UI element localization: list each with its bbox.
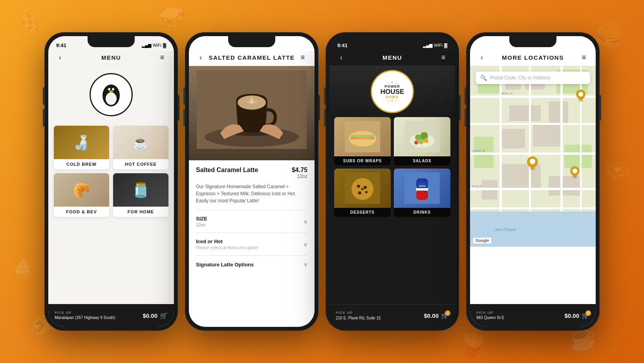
map-area[interactable]: Lake Ontario Bloor St Queen St King St <box>470 66 596 247</box>
svg-text:Queen St: Queen St <box>472 149 486 152</box>
search-icon: 🔍 <box>480 75 487 81</box>
power-button-3 <box>459 95 461 121</box>
for-home-label: FOR HOME <box>113 207 168 217</box>
size-option-label: SIZE <box>196 216 207 222</box>
back-button-1[interactable]: ‹ <box>55 53 65 62</box>
latte-description: Our Signature Homemade Salted Caramel + … <box>196 183 307 204</box>
powerhouse-logo: — ✦ — POWER HOUSE SUBS — ✦ — <box>371 70 414 113</box>
vol-down-button-3 <box>324 109 326 126</box>
svg-point-27 <box>358 191 361 194</box>
svg-rect-46 <box>549 101 568 125</box>
nav-title-1: MENU <box>101 54 121 61</box>
subs-label: SUBS OR WRAPS <box>334 156 391 165</box>
loc-cart-wrap[interactable]: 🛒 0 <box>582 312 589 319</box>
vol-down-button <box>43 109 44 126</box>
desserts-image <box>334 169 391 208</box>
svg-point-3 <box>108 88 110 90</box>
phone-1-screen: 9:41 ▂▄▆ WiFi ▓ ‹ MENU ≡ <box>48 36 174 327</box>
ph-menu-subs[interactable]: SUBS OR WRAPS <box>334 117 391 165</box>
svg-rect-42 <box>564 145 592 168</box>
latte-title-row: Salted Caramel Latte $4.75 12oz <box>196 167 307 179</box>
pickup-label-1: PICK UP <box>55 310 115 315</box>
ph-house-text: HOUSE <box>381 88 404 95</box>
latte-image-content <box>197 70 307 156</box>
size-chevron-icon: ∨ <box>304 218 307 225</box>
ph-pickup-label: Pick Up <box>336 310 381 315</box>
pickup-location-1: Manalapan (357 Highway 9 South) <box>55 315 115 321</box>
menu-item-for-home[interactable]: 🫙 FOR HOME <box>113 173 168 217</box>
menu-item-food-bev[interactable]: 🥐 FOOD & BEV <box>54 173 109 217</box>
ph-menu-drinks[interactable]: PEPSI DRINKS <box>394 169 450 217</box>
nav-bar-1: ‹ MENU ≡ <box>48 51 174 66</box>
iced-hot-placeholder: Please select at least one option <box>196 245 258 250</box>
signature-label: Signature Latte Options <box>196 262 254 268</box>
menu-button-3[interactable]: ≡ <box>439 53 448 62</box>
svg-rect-54 <box>470 152 596 155</box>
cart-wrap-1[interactable]: 🛒 <box>160 312 168 319</box>
size-option-row[interactable]: SIZE 12oz ∨ <box>196 210 307 233</box>
menu-button-2[interactable]: ≡ <box>298 53 307 62</box>
food-bev-icon: 🥐 <box>73 182 90 198</box>
latte-title: Salted Caramel Latte <box>196 167 258 174</box>
nav-bar-2: ‹ SALTED CARAMEL LATTE ≡ <box>189 51 315 66</box>
iced-hot-option-row[interactable]: Iced or Hot Please select at least one o… <box>196 233 307 255</box>
iced-hot-chevron-icon: ∨ <box>304 241 307 248</box>
ph-divider-top: — ✦ — <box>387 81 397 84</box>
ph-subs-text: SUBS <box>386 95 399 99</box>
svg-point-4 <box>112 88 114 90</box>
battery-icon-1: ▓ <box>163 43 166 48</box>
latte-content: Salted Caramel Latte $4.75 12oz Our Sign… <box>189 160 315 279</box>
svg-rect-56 <box>470 207 596 209</box>
hot-coffee-icon: ☕ <box>132 134 150 151</box>
vol-up-button-2 <box>183 87 185 105</box>
svg-rect-60 <box>580 66 582 211</box>
ph-menu-salads[interactable]: SALADS <box>394 117 450 165</box>
ph-divider-bottom: — ✦ — <box>387 99 397 103</box>
drinks-label: DRINKS <box>394 208 450 217</box>
pickup-info-1: PICK UP Manalapan (357 Highway 9 South) <box>55 310 115 321</box>
svg-rect-49 <box>501 164 541 188</box>
svg-text:Lake Ontario: Lake Ontario <box>494 227 516 232</box>
menu-button-1[interactable]: ≡ <box>157 53 167 62</box>
menu-item-hot-coffee[interactable]: ☕ HOT COFFEE <box>113 126 168 169</box>
nav-bar-4: ‹ MORE LOCATIONS ≡ <box>470 51 596 66</box>
signature-option-content: Signature Latte Options <box>196 262 254 268</box>
svg-point-26 <box>364 186 367 189</box>
svg-point-66 <box>578 92 583 97</box>
search-placeholder: Postal Code, City or Address <box>490 75 550 81</box>
loc-pickup-price: $0.00 🛒 0 <box>564 312 589 319</box>
location-search-bar[interactable]: 🔍 Postal Code, City or Address <box>476 72 590 84</box>
menu-item-cold-brew[interactable]: 🍶 COLD BREW <box>54 126 109 169</box>
signature-option-row[interactable]: Signature Latte Options ∨ <box>196 255 307 273</box>
svg-point-5 <box>109 90 113 93</box>
latte-price: $4.75 <box>292 167 307 174</box>
power-button-2 <box>318 95 320 121</box>
svg-point-68 <box>530 159 535 164</box>
vol-up-button-4 <box>465 87 466 105</box>
for-home-icon: 🫙 <box>132 182 150 198</box>
salads-label: SALADS <box>394 156 450 165</box>
desserts-svg <box>345 172 380 204</box>
pickup-bar-1: PICK UP Manalapan (357 Highway 9 South) … <box>48 304 174 327</box>
notch-3 <box>369 36 416 47</box>
vol-down-button-4 <box>465 109 466 126</box>
back-button-4[interactable]: ‹ <box>477 53 487 62</box>
svg-rect-13 <box>351 135 374 138</box>
back-button-2[interactable]: ‹ <box>196 53 205 62</box>
ph-menu-desserts[interactable]: DESSERTS <box>334 169 391 217</box>
menu-button-4[interactable]: ≡ <box>579 53 589 62</box>
svg-point-2 <box>106 92 117 105</box>
phone-4-locations: ‹ MORE LOCATIONS ≡ <box>466 32 600 331</box>
svg-point-29 <box>361 188 364 190</box>
svg-point-70 <box>573 169 577 173</box>
ph-cart-wrap[interactable]: 🛒 0 <box>441 312 449 319</box>
back-button-3[interactable]: ‹ <box>337 53 346 62</box>
loc-pickup-label: PICK UP <box>476 310 504 315</box>
time-3: 9:41 <box>337 42 348 48</box>
drinks-image: PEPSI <box>394 169 450 208</box>
google-badge: Google <box>473 238 491 244</box>
nav-title-2: SALTED CARAMEL LATTE <box>209 54 295 61</box>
svg-point-15 <box>349 138 375 140</box>
notch-2 <box>228 36 275 47</box>
vol-up-button <box>43 87 44 105</box>
